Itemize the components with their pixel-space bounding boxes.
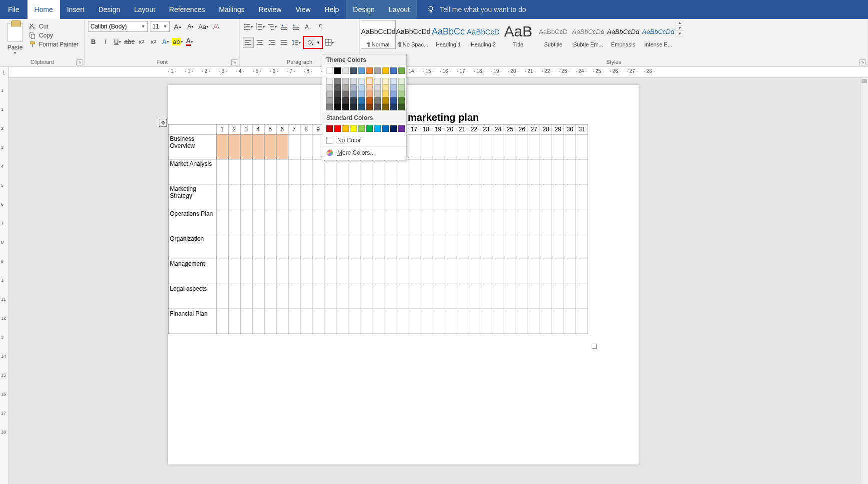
col-header[interactable]: 3 bbox=[240, 124, 252, 134]
vertical-scrollbar[interactable] bbox=[860, 78, 868, 484]
table-cell[interactable] bbox=[264, 134, 276, 159]
table-cell[interactable] bbox=[420, 259, 432, 284]
table-cell[interactable] bbox=[564, 259, 576, 284]
color-swatch[interactable] bbox=[334, 78, 341, 84]
color-swatch[interactable] bbox=[350, 84, 357, 91]
table-cell[interactable] bbox=[504, 134, 516, 159]
table-cell[interactable] bbox=[576, 259, 588, 284]
table-cell[interactable] bbox=[516, 134, 528, 159]
table-cell[interactable] bbox=[432, 184, 444, 209]
tell-me-search[interactable]: Tell me what you want to do bbox=[427, 0, 526, 19]
table-cell[interactable] bbox=[384, 234, 396, 259]
shading-button[interactable]: ▼ bbox=[303, 36, 323, 49]
color-swatch[interactable] bbox=[382, 91, 389, 97]
col-header[interactable]: 25 bbox=[504, 124, 516, 134]
strikethrough-button[interactable]: abc bbox=[124, 36, 135, 47]
table-cell[interactable] bbox=[324, 184, 336, 209]
table-cell[interactable] bbox=[492, 209, 504, 234]
tab-file[interactable]: File bbox=[0, 0, 27, 19]
table-cell[interactable] bbox=[324, 209, 336, 234]
color-swatch[interactable] bbox=[342, 125, 349, 132]
color-swatch[interactable] bbox=[390, 84, 397, 91]
table-cell[interactable] bbox=[384, 184, 396, 209]
table-cell[interactable] bbox=[516, 284, 528, 309]
table-cell[interactable] bbox=[216, 184, 228, 209]
table-cell[interactable] bbox=[288, 259, 300, 284]
table-cell[interactable] bbox=[540, 134, 552, 159]
table-cell[interactable] bbox=[408, 309, 420, 334]
paste-button[interactable]: Paste ▼ bbox=[3, 21, 27, 55]
table-cell[interactable] bbox=[312, 234, 324, 259]
table-cell[interactable] bbox=[456, 234, 468, 259]
table-cell[interactable] bbox=[492, 184, 504, 209]
table-cell[interactable] bbox=[408, 134, 420, 159]
table-cell[interactable] bbox=[480, 309, 492, 334]
color-swatch[interactable] bbox=[342, 78, 349, 84]
table-cell[interactable] bbox=[504, 284, 516, 309]
table-cell[interactable] bbox=[564, 284, 576, 309]
table-cell[interactable] bbox=[528, 209, 540, 234]
color-swatch[interactable] bbox=[342, 67, 349, 74]
table-cell[interactable] bbox=[216, 234, 228, 259]
color-swatch[interactable] bbox=[398, 67, 405, 74]
table-cell[interactable] bbox=[360, 184, 372, 209]
table-cell[interactable] bbox=[372, 184, 384, 209]
table-cell[interactable] bbox=[564, 159, 576, 184]
table-cell[interactable] bbox=[396, 259, 408, 284]
table-cell[interactable] bbox=[456, 134, 468, 159]
table-cell[interactable] bbox=[216, 259, 228, 284]
table-cell[interactable] bbox=[372, 259, 384, 284]
col-header[interactable]: 26 bbox=[516, 124, 528, 134]
table-cell[interactable] bbox=[480, 209, 492, 234]
col-header[interactable]: 27 bbox=[528, 124, 540, 134]
table-cell[interactable] bbox=[216, 159, 228, 184]
table-cell[interactable] bbox=[516, 309, 528, 334]
table-cell[interactable] bbox=[288, 234, 300, 259]
table-cell[interactable] bbox=[360, 159, 372, 184]
table-cell[interactable] bbox=[552, 234, 564, 259]
table-cell[interactable] bbox=[492, 284, 504, 309]
table-cell[interactable] bbox=[432, 259, 444, 284]
color-swatch[interactable] bbox=[358, 104, 365, 110]
color-swatch[interactable] bbox=[326, 67, 333, 74]
tab-references[interactable]: References bbox=[162, 0, 212, 19]
col-header[interactable]: 23 bbox=[480, 124, 492, 134]
vertical-ruler[interactable]: 11234567891111231415161718 bbox=[0, 78, 9, 484]
style--no-spac-[interactable]: AaBbCcDd¶ No Spac... bbox=[396, 20, 431, 49]
color-swatch[interactable] bbox=[342, 104, 349, 110]
table-cell[interactable] bbox=[324, 259, 336, 284]
change-case-button[interactable]: Aa▾ bbox=[198, 21, 209, 32]
sort-button[interactable]: A↓ bbox=[303, 21, 314, 32]
table-cell[interactable] bbox=[252, 234, 264, 259]
table-cell[interactable] bbox=[360, 234, 372, 259]
table-cell[interactable] bbox=[348, 159, 360, 184]
table-cell[interactable] bbox=[444, 159, 456, 184]
table-cell[interactable] bbox=[468, 309, 480, 334]
table-cell[interactable] bbox=[408, 209, 420, 234]
color-swatch[interactable] bbox=[366, 97, 373, 104]
table-cell[interactable] bbox=[252, 309, 264, 334]
color-swatch[interactable] bbox=[374, 97, 381, 104]
table-cell[interactable] bbox=[312, 209, 324, 234]
styles-gallery[interactable]: AaBbCcDd¶ NormalAaBbCcDd¶ No Spac...AaBb… bbox=[361, 20, 676, 49]
font-name-combo[interactable]: Calibri (Body)▼ bbox=[88, 21, 148, 32]
table-cell[interactable] bbox=[408, 259, 420, 284]
table-cell[interactable] bbox=[348, 209, 360, 234]
table-cell[interactable] bbox=[348, 309, 360, 334]
table-cell[interactable] bbox=[432, 234, 444, 259]
table-cell[interactable] bbox=[252, 284, 264, 309]
table-cell[interactable] bbox=[360, 284, 372, 309]
table-cell[interactable] bbox=[432, 284, 444, 309]
table-cell[interactable] bbox=[252, 159, 264, 184]
shrink-font-button[interactable]: A▾ bbox=[185, 21, 196, 32]
table-cell[interactable] bbox=[288, 209, 300, 234]
col-header[interactable]: 18 bbox=[420, 124, 432, 134]
table-cell[interactable] bbox=[228, 159, 240, 184]
table-cell[interactable] bbox=[348, 234, 360, 259]
table-cell[interactable] bbox=[300, 184, 312, 209]
table-cell[interactable] bbox=[300, 259, 312, 284]
col-header[interactable]: 1 bbox=[216, 124, 228, 134]
col-header[interactable]: 6 bbox=[276, 124, 288, 134]
copy-button[interactable]: Copy bbox=[29, 32, 78, 39]
table-cell[interactable] bbox=[468, 234, 480, 259]
